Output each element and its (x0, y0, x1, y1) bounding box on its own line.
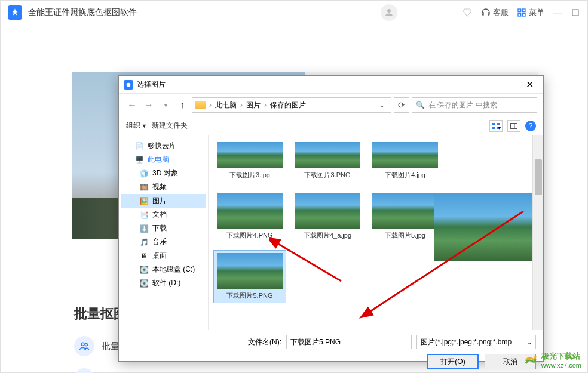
file-item[interactable]: 下载图片5.PNG (213, 250, 286, 303)
new-folder-button[interactable]: 新建文件夹 (152, 121, 188, 131)
svg-rect-9 (492, 123, 495, 125)
file-thumbnail (217, 253, 283, 289)
file-item[interactable]: 下载图片3.jpg (213, 139, 286, 183)
file-label: 下载图片5.PNG (226, 291, 272, 300)
sidebar-item-docs[interactable]: 📑文档 (121, 208, 206, 221)
svg-rect-2 (522, 9, 525, 12)
search-placeholder: 在 保存的图片 中搜索 (428, 100, 497, 110)
feature-label: 批量 (102, 341, 120, 352)
svg-rect-11 (492, 127, 495, 129)
disk-icon: 💽 (139, 279, 149, 288)
nav-forward-icon: → (142, 98, 156, 112)
chevron-right-icon: › (209, 101, 212, 109)
dialog-app-icon (124, 80, 133, 90)
sidebar-item-desk[interactable]: 🖥桌面 (121, 249, 206, 263)
sidebar-item-label: 软件 (D:) (152, 278, 180, 288)
svg-rect-5 (572, 10, 578, 16)
file-label: 下载图片3.PNG (304, 171, 350, 180)
app-window: 全能王证件照换底色抠图软件 客服 菜单 — (0, 0, 588, 373)
crumb-pc[interactable]: 此电脑 (213, 100, 239, 110)
chevron-down-icon: ⌄ (527, 339, 532, 346)
app-body: 批量抠图 批量 批量抠物品 选择图片 ✕ (1, 24, 587, 372)
sidebar-item-label: 够快云库 (148, 141, 176, 151)
dialog-footer: 文件名(N): 图片(*.jpg;*.jpeg;*.png;*.bmp ⌄ 打开… (119, 330, 543, 373)
svg-rect-3 (518, 13, 521, 16)
view-mode-button[interactable] (489, 120, 503, 132)
filetype-filter-select[interactable]: 图片(*.jpg;*.jpeg;*.png;*.bmp ⌄ (416, 335, 536, 349)
sidebar-item-dl[interactable]: ⬇️下载 (121, 221, 206, 235)
app-title: 全能王证件照换底色抠图软件 (28, 7, 381, 18)
file-item[interactable]: 下载图片5.jpg (369, 190, 442, 243)
open-button[interactable]: 打开(O) (427, 354, 479, 369)
file-list-pane: 下载图片3.jpg下载图片3.PNG下载图片4.jpg下载图片4.PNG下载图片… (209, 135, 543, 330)
file-open-dialog: 选择图片 ✕ ← → ▾ ↑ › 此电脑 › 图片 › 保存的图片 ⌄ ⟳ (118, 75, 544, 362)
3d-icon: 🧊 (139, 169, 149, 178)
help-icon[interactable]: ? (525, 121, 536, 131)
close-icon[interactable]: ✕ (520, 78, 538, 92)
sidebar-item-disk[interactable]: 💽软件 (D:) (121, 276, 206, 290)
svg-point-0 (387, 9, 391, 13)
file-label: 下载图片3.jpg (229, 171, 270, 180)
file-item[interactable]: 下载图片4.PNG (213, 190, 286, 243)
app-logo-icon (8, 5, 22, 20)
folder-icon (195, 101, 206, 109)
chevron-down-icon[interactable]: ▾ (158, 98, 173, 112)
preview-image (434, 193, 536, 261)
app-titlebar: 全能王证件照换底色抠图软件 客服 菜单 — (1, 1, 587, 24)
chevron-right-icon: › (240, 101, 243, 109)
sidebar-item-doc[interactable]: 📄够快云库 (121, 139, 206, 153)
svg-rect-4 (522, 13, 525, 16)
breadcrumb-dropdown-icon[interactable]: ⌄ (375, 101, 388, 109)
watermark-name: 极光下载站 (541, 351, 581, 362)
sidebar-item-pic[interactable]: 🖼️图片 (121, 194, 206, 208)
file-thumbnail (217, 142, 283, 168)
sidebar-item-video[interactable]: 🎞️视频 (121, 180, 206, 194)
sidebar-item-label: 此电脑 (148, 155, 169, 165)
vip-diamond-icon[interactable] (462, 7, 473, 18)
sidebar-item-pc[interactable]: 🖥️此电脑 (121, 153, 206, 167)
file-thumbnail (217, 193, 283, 229)
maximize-button[interactable] (571, 8, 580, 17)
customer-service-button[interactable]: 客服 (481, 7, 509, 18)
file-thumbnail (295, 142, 360, 168)
file-thumbnail (295, 193, 360, 229)
search-input[interactable]: 🔍 在 保存的图片 中搜索 (412, 97, 537, 113)
svg-point-7 (85, 343, 87, 346)
dialog-nav-bar: ← → ▾ ↑ › 此电脑 › 图片 › 保存的图片 ⌄ ⟳ 🔍 在 保存的图 (119, 94, 543, 116)
preview-pane-button[interactable] (507, 120, 520, 132)
file-label: 下载图片4_a.jpg (304, 231, 351, 240)
organize-button[interactable]: 组织 ▼ (126, 121, 147, 131)
file-item[interactable]: 下载图片4.jpg (369, 139, 442, 183)
dialog-title: 选择图片 (137, 79, 520, 90)
filename-input[interactable] (286, 335, 412, 349)
file-item[interactable]: 下载图片4_a.jpg (291, 190, 364, 243)
nav-up-icon[interactable]: ↑ (175, 98, 189, 112)
doc-icon: 📄 (134, 142, 144, 150)
refresh-icon[interactable]: ⟳ (394, 97, 409, 113)
dialog-titlebar: 选择图片 ✕ (119, 76, 543, 94)
filename-label: 文件名(N): (126, 337, 281, 347)
minimize-button[interactable]: — (553, 8, 562, 17)
desk-icon: 🖥 (139, 252, 149, 260)
nav-back-icon[interactable]: ← (125, 98, 139, 112)
file-label: 下载图片4.PNG (226, 231, 272, 240)
sidebar-item-label: 桌面 (152, 251, 167, 261)
chevron-down-icon: ▼ (142, 123, 147, 129)
sidebar-item-label: 视频 (152, 182, 167, 192)
crumb-pictures[interactable]: 图片 (244, 100, 263, 110)
watermark-logo-icon (523, 353, 538, 367)
user-avatar-icon[interactable] (381, 4, 397, 21)
sidebar-item-music[interactable]: 🎵音乐 (121, 235, 206, 249)
menu-button[interactable]: 菜单 (517, 7, 544, 18)
sidebar-item-3d[interactable]: 🧊3D 对象 (121, 167, 206, 180)
breadcrumb[interactable]: › 此电脑 › 图片 › 保存的图片 ⌄ (192, 97, 391, 113)
people-icon (74, 336, 94, 356)
scrollbar[interactable] (532, 135, 543, 330)
svg-rect-13 (511, 123, 517, 128)
watermark-url: www.xz7.com (541, 362, 581, 369)
video-icon: 🎞️ (139, 183, 149, 192)
crumb-saved[interactable]: 保存的图片 (268, 100, 308, 110)
sidebar-item-disk[interactable]: 💽本地磁盘 (C:) (121, 263, 206, 276)
file-item[interactable]: 下载图片3.PNG (291, 139, 364, 183)
dialog-content: 📄够快云库🖥️此电脑🧊3D 对象🎞️视频🖼️图片📑文档⬇️下载🎵音乐🖥桌面💽本地… (119, 135, 543, 330)
